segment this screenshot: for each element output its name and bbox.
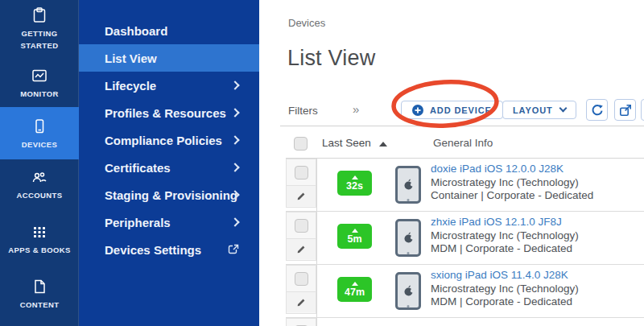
edit-device-button[interactable] <box>287 239 316 259</box>
device-org: Microstrategy Inc (Technology) <box>431 229 579 243</box>
home-button-dot <box>407 252 410 254</box>
sidebar-item-getting-started[interactable]: GETTING STARTED <box>0 6 79 52</box>
submenu-item-compliance-policies[interactable]: Compliance Policies <box>79 126 259 154</box>
submenu-item-label: Profiles & Resources <box>105 106 226 120</box>
table-row-partial[interactable] <box>259 318 644 326</box>
breadcrumb[interactable]: Devices <box>288 17 325 29</box>
apple-logo-icon <box>403 232 414 244</box>
pencil-icon <box>296 244 307 254</box>
submenu-item-peripherals[interactable]: Peripherals <box>79 208 259 236</box>
general-info-cell: zhxie iPad iOS 12.1.0 JF8J Microstrategy… <box>431 216 579 256</box>
device-ownership: MDM | Corporate - Dedicated <box>431 242 579 256</box>
submenu-item-label: Peripherals <box>105 216 171 229</box>
row-select-column <box>286 159 316 208</box>
ipad-icon <box>395 166 421 204</box>
submenu-item-certificates[interactable]: Certificates <box>79 154 259 181</box>
device-name-link[interactable]: sxiong iPad iOS 11.4.0 J28K <box>431 269 579 283</box>
submenu-item-dashboard[interactable]: Dashboard <box>79 17 259 44</box>
column-divider <box>316 318 317 326</box>
device-table: 32s doxie iPad iOS 12.0.0 J28K Microstra… <box>259 159 644 326</box>
rail-item-label: APPS & BOOKS <box>5 245 74 257</box>
table-row[interactable]: 5m zhxie iPad iOS 12.1.0 JF8J Microstrat… <box>259 212 644 265</box>
column-divider <box>316 212 317 265</box>
people-icon <box>31 168 48 186</box>
column-divider <box>316 159 317 212</box>
arrow-up-icon <box>352 175 358 180</box>
apple-logo-icon <box>403 285 414 297</box>
chevron-right-icon <box>230 80 239 89</box>
row-checkbox[interactable] <box>295 219 308 233</box>
sidebar-item-devices[interactable]: DEVICES <box>0 107 79 159</box>
sort-ascending-icon[interactable] <box>379 142 387 146</box>
submenu-item-profiles-resources[interactable]: Profiles & Resources <box>79 99 259 126</box>
apple-logo-icon <box>403 179 414 191</box>
chevron-right-icon <box>230 108 239 117</box>
filters-label[interactable]: Filters <box>288 105 318 117</box>
chevron-right-icon <box>230 135 239 144</box>
rail-item-label: MONITOR <box>5 89 74 101</box>
table-row[interactable]: 32s doxie iPad iOS 12.0.0 J28K Microstra… <box>259 159 644 212</box>
sidebar-item-content[interactable]: CONTENT <box>0 278 79 312</box>
rail-item-label: DEVICES <box>5 139 74 151</box>
device-ownership: Container | Corporate - Dedicated <box>431 189 593 203</box>
device-org: Microstrategy Inc (Technology) <box>431 176 593 190</box>
device-org: Microstrategy Inc (Technology) <box>431 283 579 296</box>
pencil-icon <box>296 191 307 201</box>
submenu-item-lifecycle[interactable]: Lifecycle <box>79 72 259 99</box>
home-button-dot <box>407 199 410 201</box>
chevron-right-icon <box>230 163 239 171</box>
last-seen-badge: 47m <box>337 277 372 302</box>
sidebar-item-accounts[interactable]: ACCOUNTS <box>0 168 79 202</box>
column-header-general-info[interactable]: General Info <box>433 137 493 149</box>
sidebar-item-apps-books[interactable]: APPS & BOOKS <box>0 223 79 257</box>
arrow-up-icon <box>352 229 358 233</box>
submenu-item-label: Staging & Provisioning <box>105 188 237 202</box>
submenu-item-label: Dashboard <box>105 24 167 38</box>
edit-device-button[interactable] <box>287 292 316 312</box>
device-name-link[interactable]: doxie iPad iOS 12.0.0 J28K <box>431 163 593 176</box>
submenu-item-label: Certificates <box>105 161 171 175</box>
more-actions-button-clipped[interactable] <box>641 99 644 121</box>
rail-item-label: CONTENT <box>5 299 74 312</box>
export-button[interactable] <box>614 99 636 121</box>
submenu-item-label: Compliance Policies <box>105 134 222 147</box>
submenu-item-staging-provisioning[interactable]: Staging & Provisioning <box>79 181 259 208</box>
refresh-icon <box>591 104 604 117</box>
home-button-dot <box>407 305 410 307</box>
refresh-button[interactable] <box>586 99 608 121</box>
ipad-icon <box>395 272 421 310</box>
column-divider <box>316 265 317 318</box>
edit-device-button[interactable] <box>287 186 316 206</box>
device-name-link[interactable]: zhxie iPad iOS 12.1.0 JF8J <box>431 216 579 229</box>
last-seen-badge: 32s <box>337 171 372 196</box>
submenu-item-list-view[interactable]: List View <box>79 44 259 72</box>
devices-submenu: Dashboard List View Lifecycle Profiles &… <box>79 0 259 326</box>
table-row[interactable]: 47m sxiong iPad iOS 11.4.0 J28K Microstr… <box>259 265 644 318</box>
row-checkbox[interactable] <box>295 166 308 180</box>
external-link-icon <box>227 243 240 258</box>
last-seen-value: 5m <box>347 234 361 245</box>
add-device-button[interactable]: ADD DEVICE <box>401 101 503 119</box>
submenu-item-devices-settings[interactable]: Devices Settings <box>79 236 259 263</box>
submenu-item-label: Lifecycle <box>105 79 156 93</box>
column-header-last-seen[interactable]: Last Seen <box>322 137 371 149</box>
sidebar-item-monitor[interactable]: MONITOR <box>0 67 79 101</box>
pencil-icon <box>296 297 307 307</box>
device-ownership: MDM | Corporate - Dedicated <box>431 295 579 309</box>
last-seen-badge: 5m <box>337 224 372 249</box>
toolbar-divider <box>280 126 644 126</box>
last-seen-value: 47m <box>345 287 365 298</box>
double-chevron-right-icon[interactable]: » <box>353 102 359 116</box>
row-checkbox[interactable] <box>295 272 308 286</box>
primary-sidebar: GETTING STARTED MONITOR DEVICES ACCOUNTS <box>0 0 79 326</box>
document-icon <box>31 278 48 295</box>
smartphone-icon <box>31 118 48 135</box>
ipad-icon <box>395 219 421 257</box>
general-info-cell: sxiong iPad iOS 11.4.0 J28K Microstrateg… <box>431 269 579 309</box>
layout-button[interactable]: LAYOUT <box>502 101 576 119</box>
select-all-checkbox[interactable] <box>294 137 308 151</box>
rail-item-label: ACCOUNTS <box>5 190 74 202</box>
submenu-item-label: List View <box>105 52 157 65</box>
arrow-up-icon <box>352 282 358 286</box>
add-device-label: ADD DEVICE <box>430 105 492 115</box>
